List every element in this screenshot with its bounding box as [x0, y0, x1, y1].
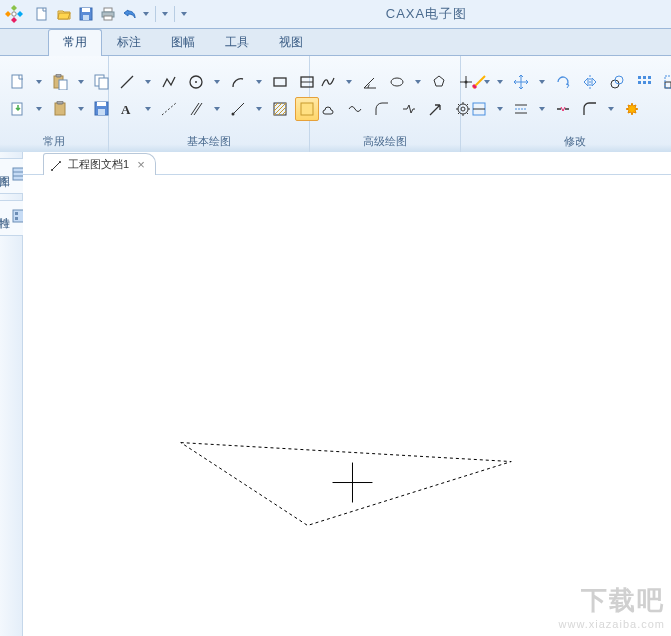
mirror-icon[interactable]	[578, 70, 602, 94]
array-icon[interactable]	[632, 70, 656, 94]
ray-dropdown[interactable]	[253, 97, 265, 121]
paste-icon[interactable]	[48, 70, 72, 94]
trim-icon[interactable]	[467, 97, 491, 121]
move-dropdown[interactable]	[536, 70, 548, 94]
line-icon[interactable]	[115, 70, 139, 94]
wave-icon[interactable]	[343, 97, 367, 121]
text-icon[interactable]: A	[115, 97, 139, 121]
polyline-icon[interactable]	[157, 70, 181, 94]
svg-text:A: A	[121, 102, 131, 117]
ellipse-dropdown[interactable]	[412, 70, 424, 94]
import-icon[interactable]	[6, 97, 30, 121]
crosshair-cursor	[333, 463, 373, 503]
undo-dropdown[interactable]	[142, 5, 150, 23]
rotate-icon[interactable]	[551, 70, 575, 94]
fillet-curve-icon[interactable]	[370, 97, 394, 121]
erase-dropdown[interactable]	[494, 70, 506, 94]
import-dropdown[interactable]	[33, 97, 45, 121]
trim-dropdown[interactable]	[494, 97, 506, 121]
circle-icon[interactable]	[184, 70, 208, 94]
ribbon-group-common: 常用	[0, 56, 109, 152]
svg-line-27	[162, 103, 176, 115]
svg-point-62	[59, 161, 61, 163]
tab-annotate[interactable]: 标注	[102, 29, 156, 56]
triangle-shape	[181, 443, 511, 526]
ray-icon[interactable]	[226, 97, 250, 121]
parallel-dropdown[interactable]	[211, 97, 223, 121]
scale-icon[interactable]	[659, 70, 671, 94]
extend-dropdown[interactable]	[536, 97, 548, 121]
open-icon[interactable]	[54, 4, 74, 24]
print-icon[interactable]	[98, 4, 118, 24]
arc-icon[interactable]	[226, 70, 250, 94]
move-icon[interactable]	[509, 70, 533, 94]
polygon-icon[interactable]	[427, 70, 451, 94]
copy-icon[interactable]	[90, 70, 114, 94]
clipboard-icon[interactable]	[48, 97, 72, 121]
spline-icon[interactable]	[316, 70, 340, 94]
svg-rect-3	[82, 8, 90, 12]
rectangle-icon[interactable]	[268, 70, 292, 94]
drawing-canvas[interactable]: 下载吧 www.xiazaiba.com	[23, 175, 671, 636]
svg-point-0	[12, 12, 16, 16]
ribbon-group-label: 高级绘图	[310, 134, 460, 152]
svg-rect-60	[15, 217, 18, 220]
svg-rect-8	[12, 75, 22, 88]
cloud-icon[interactable]	[316, 97, 340, 121]
angle-icon[interactable]	[358, 70, 382, 94]
text-dropdown[interactable]	[142, 97, 154, 121]
svg-rect-1	[37, 8, 46, 20]
save-icon[interactable]	[76, 4, 96, 24]
fillet-dropdown[interactable]	[605, 97, 617, 121]
hatch-icon[interactable]	[268, 97, 292, 121]
svg-rect-44	[643, 81, 646, 84]
tab-frame[interactable]: 图幅	[156, 29, 210, 56]
app-title: CAXA电子图	[192, 5, 671, 23]
paste-dropdown[interactable]	[75, 70, 87, 94]
tab-tools[interactable]: 工具	[210, 29, 264, 56]
arrow-icon[interactable]	[424, 97, 448, 121]
spline-dropdown[interactable]	[343, 70, 355, 94]
new-doc-icon[interactable]	[6, 70, 30, 94]
tab-common[interactable]: 常用	[48, 29, 102, 56]
construction-line-icon[interactable]	[157, 97, 181, 121]
clipboard-dropdown[interactable]	[75, 97, 87, 121]
erase-icon[interactable]	[467, 70, 491, 94]
undo-icon[interactable]	[120, 4, 140, 24]
svg-rect-11	[59, 80, 67, 90]
arc-dropdown[interactable]	[253, 70, 265, 94]
svg-rect-16	[57, 101, 63, 104]
ellipse-icon[interactable]	[385, 70, 409, 94]
qat-customize-dropdown[interactable]	[180, 5, 188, 23]
svg-rect-10	[56, 74, 61, 77]
app-logo[interactable]	[0, 0, 28, 28]
parallel-icon[interactable]	[184, 97, 208, 121]
break-line-icon[interactable]	[397, 97, 421, 121]
line-dropdown[interactable]	[142, 70, 154, 94]
tab-view[interactable]: 视图	[264, 29, 318, 56]
fillet-icon[interactable]	[578, 97, 602, 121]
svg-rect-15	[55, 103, 65, 115]
redo-dropdown[interactable]	[161, 5, 169, 23]
svg-rect-46	[665, 82, 671, 88]
svg-rect-19	[98, 109, 105, 115]
explode-icon[interactable]	[620, 97, 644, 121]
break-icon[interactable]	[551, 97, 575, 121]
offset-icon[interactable]	[605, 70, 629, 94]
svg-rect-4	[83, 15, 89, 20]
document-tab-bar: 工程图文档1 ×	[23, 152, 671, 175]
document-icon	[50, 159, 62, 171]
document-tab-label: 工程图文档1	[68, 157, 129, 172]
new-doc-dropdown[interactable]	[33, 70, 45, 94]
extend-icon[interactable]	[509, 97, 533, 121]
document-tab[interactable]: 工程图文档1 ×	[43, 153, 156, 175]
quick-access-toolbar	[28, 4, 192, 24]
svg-rect-13	[99, 78, 108, 89]
circle-dropdown[interactable]	[211, 70, 223, 94]
svg-rect-7	[104, 16, 112, 20]
close-icon[interactable]: ×	[135, 157, 147, 172]
save-as-icon[interactable]	[90, 97, 114, 121]
new-icon[interactable]	[32, 4, 52, 24]
ribbon-group-advanced-draw: 高级绘图	[310, 56, 461, 152]
ribbon-group-label: 修改	[461, 134, 671, 152]
